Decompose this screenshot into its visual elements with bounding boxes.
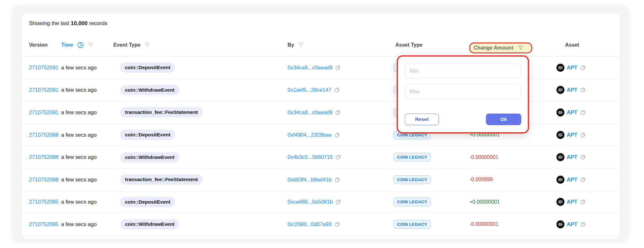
asset-link[interactable]: APT xyxy=(567,154,577,160)
copy-icon[interactable] xyxy=(580,132,586,138)
event-type-badge: coin::WithdrawEvent xyxy=(120,219,179,229)
table-row: 2710752091 a few secs ago coin::Withdraw… xyxy=(22,79,620,102)
aptos-icon xyxy=(556,64,564,72)
min-input[interactable] xyxy=(405,64,521,78)
asset-link[interactable]: APT xyxy=(567,199,577,205)
aptos-icon xyxy=(556,153,564,161)
version-link[interactable]: 2710752088 xyxy=(29,177,59,183)
time-text: a few secs ago xyxy=(61,87,97,93)
event-type-badge: transaction_fee::FeeStatement xyxy=(120,174,203,185)
event-type-badge: coin::DepositEvent xyxy=(120,130,175,140)
event-type-badge: coin::DepositEvent xyxy=(120,197,175,207)
filter-icon[interactable] xyxy=(518,45,523,51)
copy-icon[interactable] xyxy=(580,87,586,93)
time-text: a few secs ago xyxy=(61,132,97,138)
column-header-asset: Asset xyxy=(556,42,620,48)
version-link[interactable]: 2710752085 xyxy=(29,221,59,227)
events-table-page: Showing the last 10,000 records Version … xyxy=(0,0,644,248)
table-row: 2710752085 a few secs ago coin::DepositE… xyxy=(22,191,620,214)
asset-link[interactable]: APT xyxy=(567,65,577,71)
time-text: a few secs ago xyxy=(61,199,97,205)
by-address-link[interactable]: 0x34ca8...c0aead9 xyxy=(288,109,332,115)
copy-icon[interactable] xyxy=(335,222,340,227)
aptos-icon xyxy=(556,108,564,116)
version-link[interactable]: 2710752088 xyxy=(29,154,59,160)
by-address-link[interactable]: 0xb83f4...b8ad41b xyxy=(288,177,332,183)
filter-icon[interactable] xyxy=(145,42,150,48)
filter-icon[interactable] xyxy=(88,42,93,48)
copy-icon[interactable] xyxy=(580,177,586,182)
asset-link[interactable]: APT xyxy=(567,221,577,227)
by-address-link[interactable]: 0xca488...0a5081b xyxy=(288,199,333,205)
records-summary: Showing the last 10,000 records xyxy=(22,14,620,33)
summary-prefix: Showing the last xyxy=(29,20,69,27)
asset-link[interactable]: APT xyxy=(567,109,577,115)
table-row: 2710752091 a few secs ago transaction_fe… xyxy=(22,101,620,124)
event-type-badge: coin::DepositEvent xyxy=(120,62,175,73)
copy-icon[interactable] xyxy=(580,110,586,115)
copy-icon[interactable] xyxy=(335,110,341,115)
copy-icon[interactable] xyxy=(580,199,586,205)
copy-icon[interactable] xyxy=(336,199,341,205)
time-text: a few secs ago xyxy=(61,154,97,160)
time-text: a few secs ago xyxy=(61,177,97,183)
aptos-icon xyxy=(556,176,564,184)
aptos-icon xyxy=(556,86,564,94)
copy-icon[interactable] xyxy=(580,65,586,70)
change-amount: -0.00000001 xyxy=(469,154,498,160)
asset-type-badge: COIN LEGACY xyxy=(393,153,431,161)
asset-link[interactable]: APT xyxy=(567,87,577,93)
table-body: 2710752091 a few secs ago coin::DepositE… xyxy=(22,57,620,236)
asset-link[interactable]: APT xyxy=(567,177,577,183)
by-address-link[interactable]: 0x1aef5...28ce147 xyxy=(288,87,331,93)
table-row: 2710752088 a few secs ago transaction_fe… xyxy=(22,169,620,191)
copy-icon[interactable] xyxy=(335,132,340,138)
by-address-link[interactable]: 0xf4904...2329bae xyxy=(288,132,332,138)
time-text: a few secs ago xyxy=(61,109,97,115)
copy-icon[interactable] xyxy=(334,87,340,93)
table-row: 2710752091 a few secs ago coin::DepositE… xyxy=(22,57,620,79)
clock-icon xyxy=(77,42,84,48)
asset-type-badge: COIN LEGACY xyxy=(393,197,431,206)
event-type-badge: coin::WithdrawEvent xyxy=(120,152,179,162)
table-row: 2710752085 a few secs ago coin::Withdraw… xyxy=(22,213,620,236)
change-amount: -0.00000001 xyxy=(469,221,498,227)
copy-icon[interactable] xyxy=(580,154,586,160)
asset-link[interactable]: APT xyxy=(567,132,577,138)
by-address-link[interactable]: 0x1f380...0d07a93 xyxy=(288,221,332,227)
asset-type-badge: COIN LEGACY xyxy=(393,220,431,229)
column-header-event-type: Event Type xyxy=(113,42,288,48)
version-link[interactable]: 2710752088 xyxy=(29,132,59,138)
ok-button[interactable]: Ok xyxy=(486,114,521,125)
copy-icon[interactable] xyxy=(335,177,340,182)
aptos-icon xyxy=(556,198,564,206)
reset-button[interactable]: Reset xyxy=(405,114,439,125)
column-header-asset-type: Asset Type xyxy=(393,42,469,48)
copy-icon[interactable] xyxy=(336,154,341,160)
summary-suffix: records xyxy=(89,20,108,27)
by-address-link[interactable]: 0x4b3c5...5660715 xyxy=(288,154,333,160)
table-row: 2710752088 a few secs ago coin::Withdraw… xyxy=(22,146,620,169)
event-type-badge: coin::WithdrawEvent xyxy=(120,85,179,95)
version-link[interactable]: 2710752085 xyxy=(29,199,59,205)
change-amount: +0.00000001 xyxy=(469,199,500,205)
event-type-badge: transaction_fee::FeeStatement xyxy=(120,107,203,117)
copy-icon[interactable] xyxy=(580,222,586,227)
column-header-by: By xyxy=(288,42,393,48)
column-header-version: Version xyxy=(29,42,61,48)
aptos-icon xyxy=(556,220,564,228)
copy-icon[interactable] xyxy=(335,65,341,70)
aptos-icon xyxy=(556,131,564,139)
version-link[interactable]: 2710752091 xyxy=(29,65,59,71)
asset-type-badge: COIN LEGACY xyxy=(393,175,431,184)
change-amount: -0.000999 xyxy=(469,177,493,182)
column-header-time[interactable]: Time xyxy=(61,42,113,48)
column-header-change-amount[interactable]: Change Amount xyxy=(469,42,532,53)
by-address-link[interactable]: 0x34ca8...c0aead9 xyxy=(288,65,332,71)
time-text: a few secs ago xyxy=(61,221,97,227)
max-input[interactable] xyxy=(405,84,521,99)
filter-icon[interactable] xyxy=(298,42,303,48)
summary-count: 10,000 xyxy=(71,20,88,27)
version-link[interactable]: 2710752091 xyxy=(29,87,59,93)
version-link[interactable]: 2710752091 xyxy=(29,109,59,115)
